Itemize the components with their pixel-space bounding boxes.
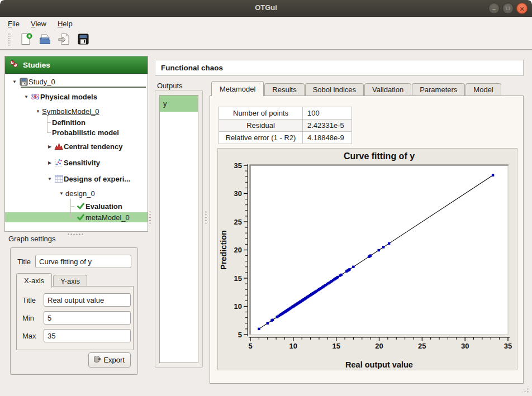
graph-title-label: Title bbox=[17, 257, 31, 266]
close-icon: ✕ bbox=[517, 4, 527, 13]
curve-fitting-chart: 51015202530355101520253035Curve fitting … bbox=[217, 148, 517, 370]
export-button[interactable]: Export bbox=[88, 352, 131, 368]
x-axis-title-input[interactable] bbox=[44, 293, 131, 307]
tree-item-symbolicmodel-0[interactable]: ▼SymbolicModel_0 bbox=[5, 106, 148, 116]
svg-text:10: 10 bbox=[234, 302, 242, 311]
histogram-icon bbox=[54, 142, 64, 150]
minimize-icon: − bbox=[489, 4, 499, 13]
tab-validation[interactable]: Validation bbox=[364, 83, 411, 96]
splitter-outputs[interactable] bbox=[205, 211, 208, 225]
tree-branch-line bbox=[46, 127, 52, 137]
svg-text:35: 35 bbox=[234, 161, 242, 170]
save-button[interactable] bbox=[76, 32, 91, 47]
tree-item-central-tendency[interactable]: ▶Central tendency bbox=[5, 141, 148, 151]
tree-item-design-0[interactable]: ▼design_0 bbox=[5, 188, 148, 198]
tab-model[interactable]: Model bbox=[466, 83, 501, 96]
close-button[interactable]: ✕ bbox=[516, 3, 528, 14]
tree-item-label: Evaluation bbox=[86, 202, 122, 211]
minimize-button[interactable]: − bbox=[488, 3, 500, 14]
scatter-icon bbox=[54, 159, 64, 167]
tree-item-probabilistic-model[interactable]: Probabilistic model bbox=[5, 127, 148, 137]
outputs-list[interactable]: y bbox=[159, 95, 198, 363]
tab-results[interactable]: Results bbox=[264, 83, 304, 96]
tree-item-label: Physical models bbox=[40, 93, 97, 101]
metamodel-tab-pane: Number of points100Residual2.42331e-5Rel… bbox=[210, 96, 524, 384]
tab-metamodel[interactable]: Metamodel bbox=[211, 81, 264, 96]
new-study-icon bbox=[20, 32, 33, 47]
menu-file[interactable]: File bbox=[2, 18, 25, 29]
chevron-down-icon[interactable]: ▼ bbox=[11, 79, 18, 84]
tree-item-definition[interactable]: Definition bbox=[5, 117, 148, 127]
menu-view[interactable]: View bbox=[25, 18, 52, 29]
tab-parameters[interactable]: Parameters bbox=[412, 83, 465, 96]
splitter-left[interactable] bbox=[149, 211, 152, 225]
studies-panel-header: Studies bbox=[5, 56, 148, 74]
tree-item-label: Definition bbox=[52, 118, 86, 127]
metric-key: Number of points bbox=[219, 107, 303, 120]
window-resize-grip[interactable] bbox=[521, 385, 530, 394]
tree-item-physical-models[interactable]: ▼Physical models bbox=[5, 92, 148, 102]
min-field-label: Min bbox=[22, 314, 44, 322]
metrics-row: Number of points100 bbox=[219, 107, 352, 120]
svg-text:25: 25 bbox=[234, 218, 242, 226]
graph-title-input[interactable] bbox=[35, 255, 131, 268]
analysis-title: Functional chaos bbox=[161, 64, 223, 72]
tree-item-label: metaModel_0 bbox=[86, 213, 130, 222]
window-title: OTGui bbox=[0, 3, 532, 12]
studies-icon bbox=[10, 60, 19, 70]
tree-item-label: Central tendency bbox=[64, 142, 122, 151]
check-icon bbox=[75, 213, 86, 221]
tree-item-label: SymbolicModel_0 bbox=[42, 107, 99, 116]
chart-svg: 51015202530355101520253035Curve fitting … bbox=[218, 149, 517, 370]
svg-text:5: 5 bbox=[248, 342, 252, 350]
chevron-down-icon[interactable]: ▼ bbox=[34, 109, 42, 114]
chevron-down-icon[interactable]: ▼ bbox=[22, 94, 30, 99]
splitter-horizontal[interactable] bbox=[67, 233, 84, 236]
metric-value: 100 bbox=[303, 107, 352, 120]
chart-title: Curve fitting of y bbox=[344, 151, 415, 161]
tree-item-label: Study_0 bbox=[28, 78, 55, 86]
toolbar-drag-handle[interactable] bbox=[8, 33, 11, 46]
menu-help[interactable]: Help bbox=[52, 18, 78, 29]
tree-item-designs-of-experi-[interactable]: ▼Designs of experi... bbox=[5, 174, 148, 184]
axis-tab-pane: TitleMinMax bbox=[16, 286, 134, 350]
tab-sobol-indices[interactable]: Sobol indices bbox=[305, 83, 364, 96]
check-icon bbox=[75, 202, 86, 210]
svg-text:20: 20 bbox=[234, 246, 242, 254]
svg-text:30: 30 bbox=[461, 342, 469, 350]
titlebar: OTGui −□✕ bbox=[0, 0, 532, 17]
x-axis-max-input[interactable] bbox=[44, 329, 131, 342]
tab-x-axis[interactable]: X-axis bbox=[16, 273, 52, 288]
import-python-button[interactable] bbox=[57, 32, 72, 47]
svg-text:35: 35 bbox=[504, 342, 512, 350]
studies-panel: Studies ▼Study_0▼Physical models▼Symboli… bbox=[4, 56, 148, 232]
graph-settings-box: Title X-axisY-axis TitleMinMax Export bbox=[10, 247, 138, 375]
metrics-row: Residual2.42331e-5 bbox=[219, 120, 352, 132]
open-study-button[interactable] bbox=[38, 32, 53, 47]
chevron-right-icon[interactable]: ▶ bbox=[46, 160, 54, 165]
svg-text:30: 30 bbox=[234, 189, 242, 198]
tree-item-study-0[interactable]: ▼Study_0 bbox=[5, 77, 148, 87]
metrics-table: Number of points100Residual2.42331e-5Rel… bbox=[218, 107, 352, 144]
svg-text:15: 15 bbox=[234, 274, 242, 283]
tree-item-sensitivity[interactable]: ▶Sensitivity bbox=[5, 158, 148, 168]
toolbar bbox=[0, 30, 532, 50]
title-field-label: Title bbox=[22, 296, 44, 304]
chevron-down-icon[interactable]: ▼ bbox=[46, 176, 54, 182]
x-axis-min-input[interactable] bbox=[44, 311, 131, 325]
open-study-icon bbox=[39, 32, 52, 47]
tree-item-label: design_0 bbox=[65, 189, 95, 198]
outputs-box: y bbox=[155, 90, 203, 368]
tree-item-evaluation[interactable]: Evaluation bbox=[5, 201, 148, 211]
chart-xlabel: Real output value bbox=[345, 360, 413, 369]
tree-item-label: Designs of experi... bbox=[64, 175, 130, 183]
chevron-right-icon[interactable]: ▶ bbox=[46, 144, 54, 149]
current-study-underline bbox=[21, 87, 146, 88]
export-icon bbox=[93, 355, 102, 365]
tree-item-metamodel-0[interactable]: metaModel_0 bbox=[5, 212, 148, 222]
chevron-down-icon[interactable]: ▼ bbox=[58, 191, 65, 196]
output-item-y[interactable]: y bbox=[160, 96, 198, 112]
metric-value: 4.18848e-9 bbox=[303, 132, 352, 144]
maximize-button[interactable]: □ bbox=[502, 3, 514, 14]
new-study-button[interactable] bbox=[19, 32, 34, 47]
